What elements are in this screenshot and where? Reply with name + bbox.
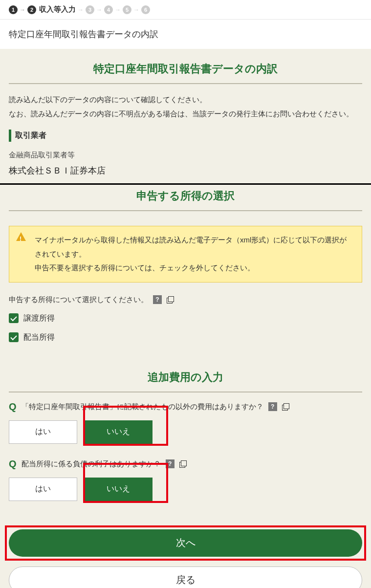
checkbox-checked-icon [9,313,19,323]
question-extra-cost: Q 「特定口座年間取引報告書」に記載されたもの以外の費用はありますか？ ? [9,401,362,413]
step-3: 3 [86,5,94,14]
step-bar: 1 → 2 収入等入力 → 3 → 4 → 5 → 6 [0,0,371,20]
external-window-icon[interactable] [282,403,289,410]
no-button[interactable]: いいえ [84,478,153,501]
warning-icon [16,232,26,241]
answer-row-2: はい いいえ [9,474,362,505]
question-debt-interest: Q 配当所得に係る負債の利子はありますか？ ? [9,458,362,470]
section-income-select: 申告する所得の選択 マイナポータルから取得した情報又は読み込んだ電子データ（xm… [0,185,371,343]
sub-heading-trader: 取引業者 [9,130,362,142]
q-icon: Q [9,458,17,470]
checkbox-checked-icon [9,332,19,342]
prompt-text: 申告する所得について選択してください。 [9,295,148,305]
alert-text: マイナポータルから取得した情報又は読み込んだ電子データ（xml形式）に応じて以下… [35,236,347,272]
step-2-label: 収入等入力 [39,5,76,14]
step-5: 5 [123,5,131,14]
field-label: 金融商品取引業者等 [9,151,362,160]
next-button[interactable]: 次へ [9,529,362,557]
arrow-icon: → [78,6,84,13]
section-heading: 特定口座年間取引報告書データの内訳 [9,49,362,83]
help-icon[interactable]: ? [166,459,175,468]
step-1: 1 [9,5,18,14]
back-button-wrap: 戻る [0,564,371,588]
step-2: 2 [27,5,36,14]
question-text: 「特定口座年間取引報告書」に記載されたもの以外の費用はありますか？ [22,402,263,412]
arrow-icon: → [115,6,121,13]
prompt-row: 申告する所得について選択してください。 ? [9,295,362,305]
alert-box: マイナポータルから取得した情報又は読み込んだ電子データ（xml形式）に応じて以下… [9,226,362,283]
checkbox-dividend-income[interactable]: 配当所得 [9,332,362,343]
checkbox-transfer-income[interactable]: 譲渡所得 [9,313,362,324]
help-icon[interactable]: ? [153,295,162,304]
back-button[interactable]: 戻る [9,566,362,588]
page-title: 特定口座年間取引報告書データの内訳 [0,20,371,49]
checkbox-label: 譲渡所得 [23,313,55,324]
q-icon: Q [9,401,17,413]
external-window-icon[interactable] [167,296,174,303]
next-button-wrap: 次へ [5,525,366,561]
section-additional-cost: 追加費用の入力 Q 「特定口座年間取引報告書」に記載されたもの以外の費用はありま… [0,357,371,521]
no-button[interactable]: いいえ [84,420,153,444]
intro-text: 読み込んだ以下のデータの内容について確認してください。 なお、読み込んだデータの… [9,93,362,121]
section-data-breakdown: 特定口座年間取引報告書データの内訳 読み込んだ以下のデータの内容について確認して… [0,49,371,176]
checkbox-label: 配当所得 [23,332,55,343]
divider [9,83,362,84]
section-heading: 追加費用の入力 [9,357,362,392]
arrow-icon: → [133,6,139,13]
yes-button[interactable]: はい [9,478,77,501]
help-icon[interactable]: ? [268,402,277,411]
answer-row-1: はい いいえ [9,416,362,448]
arrow-icon: → [96,6,102,13]
yes-button[interactable]: はい [9,420,77,444]
question-text: 配当所得に係る負債の利子はありますか？ [22,459,161,469]
step-4: 4 [104,5,113,14]
field-value: 株式会社ＳＢＩ証券本店 [9,165,362,176]
arrow-icon: → [20,6,25,13]
section-heading: 申告する所得の選択 [9,185,362,210]
divider [9,210,362,211]
step-6: 6 [141,5,150,14]
divider [9,392,362,392]
external-window-icon[interactable] [179,460,186,467]
